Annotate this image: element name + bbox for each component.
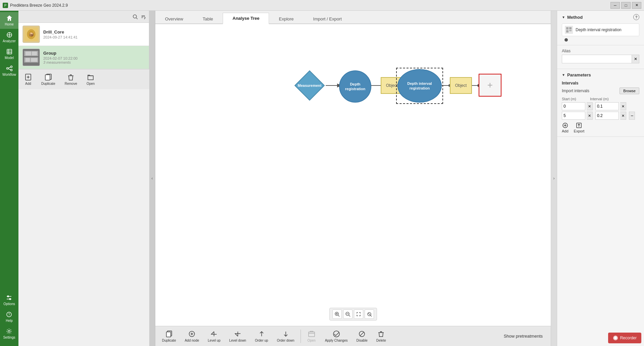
file-add-button[interactable]: Add: [21, 72, 35, 87]
file-list: 📦 Drill_Core 2024-09-27 14:41:41: [18, 23, 149, 69]
zoom-controls: [329, 308, 377, 321]
show-pretreatments-label: Show pretreatments: [498, 334, 548, 339]
right-expand-button[interactable]: ›: [551, 11, 557, 346]
import-row: Import intervals Browse: [562, 88, 639, 94]
sidebar-item-home[interactable]: Home: [0, 12, 18, 29]
help-method-button[interactable]: ?: [633, 14, 639, 20]
app-icon: P: [3, 3, 8, 8]
delete-button[interactable]: Delete: [372, 329, 390, 344]
add-interval-icon: [562, 122, 568, 128]
order-up-icon: [258, 330, 265, 338]
tab-analyse-tree[interactable]: Analyse Tree: [223, 13, 269, 24]
parameters-section-header[interactable]: ▼ Parameters: [562, 72, 639, 77]
zoom-out-button[interactable]: [343, 309, 353, 319]
method-item[interactable]: Depth interval registration: [562, 23, 639, 36]
interval-clear-1[interactable]: ✕: [620, 102, 626, 110]
svg-text:P: P: [4, 4, 7, 7]
add-node-button[interactable]: +: [479, 74, 501, 97]
restore-button[interactable]: □: [621, 2, 631, 9]
drill-core-icon: 📦: [24, 27, 38, 41]
apply-changes-button[interactable]: Apply Changes: [321, 329, 352, 344]
order-up-button[interactable]: Order up: [251, 329, 272, 344]
recorder-button[interactable]: Recorder: [608, 333, 641, 343]
file-date-drill-core: 2024-09-27 14:41:41: [43, 35, 145, 39]
duplicate-button[interactable]: Duplicate: [158, 329, 180, 344]
sidebar-item-help[interactable]: ? Help: [2, 308, 16, 325]
tab-explore[interactable]: Explore: [269, 13, 303, 24]
svg-line-58: [349, 315, 350, 316]
svg-rect-36: [31, 58, 37, 62]
order-down-button[interactable]: Order down: [273, 329, 298, 344]
svg-rect-34: [32, 52, 37, 56]
left-sidebar: Home Analyzer Model: [0, 11, 18, 346]
file-duplicate-button[interactable]: Duplicate: [38, 72, 59, 87]
tab-table[interactable]: Table: [193, 13, 223, 24]
level-up-button[interactable]: Level up: [204, 329, 225, 344]
svg-line-61: [371, 315, 372, 316]
file-item-drill-core[interactable]: 📦 Drill_Core 2024-09-27 14:41:41: [18, 23, 149, 46]
apply-changes-icon: [333, 330, 340, 338]
level-down-button[interactable]: Level down: [225, 329, 250, 344]
params-chevron-icon: ▼: [562, 73, 565, 77]
alias-row: ✕: [562, 55, 639, 63]
open-folder-icon: [87, 73, 94, 81]
zoom-fit-button[interactable]: [354, 309, 363, 319]
svg-point-20: [8, 330, 10, 332]
zoom-in-button[interactable]: [332, 309, 342, 319]
interval-remove-2[interactable]: −: [629, 112, 635, 120]
sidebar-item-options[interactable]: Options: [2, 292, 16, 308]
file-toolbar: Add Duplicate Remove: [18, 69, 149, 89]
remove-file-icon: [67, 73, 74, 81]
tab-overview[interactable]: Overview: [155, 13, 193, 24]
interval-input-1[interactable]: [595, 102, 619, 110]
svg-point-16: [7, 296, 9, 297]
sidebar-item-analyzer[interactable]: Analyzer: [0, 29, 18, 46]
start-column-header: Start (m): [562, 97, 589, 101]
measurement-node[interactable]: Measurement: [294, 70, 325, 101]
sidebar-item-model[interactable]: Model: [0, 46, 18, 62]
svg-rect-79: [566, 30, 569, 33]
svg-line-22: [136, 18, 138, 19]
svg-point-21: [133, 15, 137, 18]
interval-clear-2[interactable]: ✕: [620, 112, 626, 120]
file-item-group[interactable]: Group 2024-02-07 10:22:00 3 measurements: [18, 46, 149, 69]
tab-import-export[interactable]: Import / Export: [304, 13, 352, 24]
export-icon: [576, 122, 582, 128]
object2-node[interactable]: Object: [450, 77, 472, 94]
file-open-button[interactable]: Open: [83, 72, 98, 87]
svg-rect-35: [25, 58, 30, 62]
zoom-reset-button[interactable]: [365, 309, 374, 319]
open-icon: [308, 330, 315, 338]
open-button[interactable]: Open: [303, 329, 320, 344]
depth-interval-registration-node[interactable]: Depth interval registration: [397, 69, 442, 103]
start-input-1[interactable]: [562, 102, 585, 110]
start-input-2[interactable]: [562, 112, 585, 120]
sort-icon[interactable]: [140, 14, 146, 20]
add-interval-button[interactable]: Add: [562, 122, 569, 133]
add-node-toolbar-button[interactable]: Add node: [181, 329, 203, 344]
start-clear-1[interactable]: ✕: [587, 102, 593, 110]
search-icon[interactable]: [132, 14, 138, 20]
sidebar-item-settings[interactable]: Settings: [2, 325, 16, 342]
settings-icon: [6, 328, 12, 335]
import-intervals-label: Import intervals: [562, 89, 589, 93]
method-grid-icon: [566, 27, 572, 33]
group-icon: [23, 49, 40, 66]
file-remove-button[interactable]: Remove: [61, 72, 80, 87]
svg-rect-72: [309, 332, 315, 337]
collapse-panel-button[interactable]: ‹: [149, 11, 155, 346]
interval-input-2[interactable]: [595, 112, 619, 120]
minimize-button[interactable]: ─: [610, 2, 620, 9]
canvas-area: Measurement Depth registration Object De…: [155, 24, 551, 326]
start-clear-2[interactable]: ✕: [587, 112, 593, 120]
disable-button[interactable]: Disable: [352, 329, 371, 344]
browse-button[interactable]: Browse: [620, 88, 639, 94]
alias-clear-button[interactable]: ✕: [632, 55, 639, 63]
sidebar-item-workflow[interactable]: Workflow: [0, 62, 18, 79]
alias-input[interactable]: [562, 55, 632, 63]
svg-rect-77: [566, 27, 569, 30]
depth-registration-node[interactable]: Depth registration: [339, 70, 371, 103]
export-button[interactable]: Export: [574, 122, 585, 133]
close-button[interactable]: ✕: [632, 2, 641, 9]
method-section-header[interactable]: ▼ Method ?: [562, 14, 639, 20]
